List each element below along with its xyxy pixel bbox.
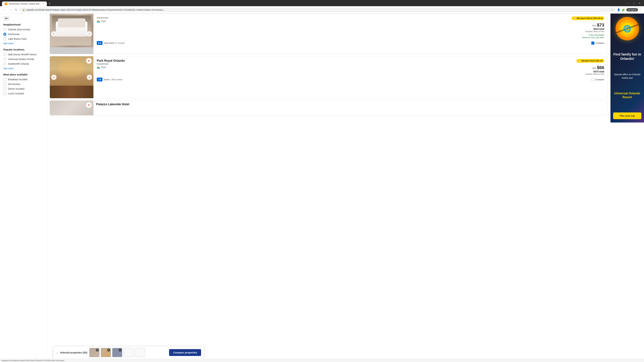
radio-orlando xyxy=(3,28,6,31)
profile-icon[interactable]: 👤 xyxy=(617,8,620,11)
meal-all-inclusive-label: All inclusive xyxy=(8,83,20,85)
hotel1-prev-button[interactable]: ‹ xyxy=(51,31,56,36)
location-disney-label: Walt Disney World® Resort xyxy=(8,53,36,56)
hotel1-price-current: $73 xyxy=(597,22,604,27)
address-bar[interactable]: 🔒 ☆ xyxy=(20,7,616,12)
meal-breakfast[interactable]: Breakfast included xyxy=(3,78,44,81)
close-button[interactable]: ✕ xyxy=(637,2,642,5)
hotel2-price-note: includes taxes & fees xyxy=(576,73,604,75)
ad-subtitle: Special offers on Orlando hotels and xyxy=(613,73,641,80)
hotel2-name: Park Royal Orlando xyxy=(97,59,125,62)
compare-thumbnails: ✕ ✕ ✕ xyxy=(90,348,145,357)
meal-lunch[interactable]: Lunch included xyxy=(3,92,44,95)
hotel2-price-current: $66 xyxy=(597,65,604,70)
hotel2-compare-button[interactable]: Compare xyxy=(591,78,604,81)
hotel1-compare-button[interactable]: ✓ Compare xyxy=(591,41,604,44)
tab-close-button[interactable]: ✕ xyxy=(42,3,44,5)
compare-thumb-1: ✕ xyxy=(90,348,100,357)
back-button[interactable]: ← xyxy=(2,8,7,12)
compare-thumb-4-empty xyxy=(124,348,134,357)
pool-icon-1: 🏊 xyxy=(97,19,100,23)
location-seaworld-label: SeaWorld® Orlando xyxy=(8,62,29,65)
hotel1-price-total: $414 total xyxy=(572,28,604,30)
checkbox-lunch xyxy=(3,92,6,95)
meal-lunch-label: Lunch included xyxy=(8,92,24,95)
neighborhood-orlando[interactable]: Orlando (and vicinity) xyxy=(3,28,44,31)
hotel1-pay-later: Reserve now, pay later xyxy=(572,36,604,39)
hotel2-info: Park Royal Orlando Kissimmee 🏊 Pool 🏷️ xyxy=(94,56,608,98)
minimize-button[interactable]: ─ xyxy=(626,2,630,5)
remove-thumb-1-button[interactable]: ✕ xyxy=(96,349,99,352)
location-universal[interactable]: Universal Studios Florida xyxy=(3,58,44,61)
radio-seaworld xyxy=(3,62,6,65)
hotel2-prev-button[interactable]: ‹ xyxy=(51,75,56,80)
reload-button[interactable]: ↻ xyxy=(14,7,18,12)
star-filter-button[interactable]: 4+ xyxy=(3,16,10,20)
meal-plans-filter: Meal plans available Breakfast included … xyxy=(3,73,44,95)
meal-dinner[interactable]: Dinner included xyxy=(3,87,44,90)
checkbox-breakfast xyxy=(3,78,6,81)
neighborhood-kissimmee[interactable]: Kissimmee xyxy=(3,33,44,36)
deal-icon-1: 🏷️ xyxy=(573,17,576,19)
sidebar: 4+ Neighborhood Orlando (and vicinity) K… xyxy=(0,13,47,362)
hotel1-price-original: $81 xyxy=(592,24,596,27)
browser-tabs: E Kissimmee, Florida, United Stat... ✕ +… xyxy=(2,1,642,6)
new-tab-button[interactable]: + xyxy=(48,1,52,6)
neighborhood-lake-buena[interactable]: Lake Buena Vista xyxy=(3,37,44,40)
hotel2-deal-badge: 🏷️ Member Price 23% off xyxy=(576,59,604,63)
radio-lake-buena xyxy=(3,37,6,40)
hotel1-deal-badge: 🏷️ We have 5 left at 10% off at xyxy=(572,16,604,20)
hotel3-favorite-button[interactable]: ♥ xyxy=(86,102,92,108)
compare-bar: ⌄ Selected properties (3/5) ✕ ✕ ✕ Com xyxy=(53,346,204,359)
active-tab[interactable]: E Kissimmee, Florida, United Stat... ✕ xyxy=(2,1,47,6)
remove-thumb-3-button[interactable]: ✕ xyxy=(118,349,122,352)
hotel2-favorite-button[interactable]: ♥ xyxy=(86,58,92,64)
neighborhood-see-more[interactable]: See more xyxy=(3,42,44,45)
checkbox-dinner xyxy=(3,87,6,90)
radio-kissimmee xyxy=(3,33,6,36)
hotel1-refundable: Fully refundable xyxy=(572,34,604,36)
hotel1-compare-label: Compare xyxy=(595,42,604,44)
compare-properties-button[interactable]: Compare properties xyxy=(169,349,201,356)
neighborhood-title: Neighborhood xyxy=(3,23,44,26)
popular-see-more[interactable]: See more xyxy=(3,67,44,70)
browser-nav: ← → ↻ 🔒 ☆ 👤 🧩 Incognito ⋮ xyxy=(0,6,644,13)
hotel1-rating-label: Very Good xyxy=(104,42,114,44)
extensions-icon[interactable]: 🧩 xyxy=(622,8,625,11)
hotel2-rating-compare: 7.6 Good 1,000 reviews Compare xyxy=(97,78,604,81)
ad-sidebar: 🌐 Find family fun in Orlando! Special of… xyxy=(610,13,644,362)
url-input[interactable] xyxy=(26,8,610,11)
chevron-down-icon[interactable]: ⌄ xyxy=(56,351,58,354)
forward-button[interactable]: → xyxy=(8,8,13,12)
hotel3-name: Palazzo Lakeside Hotel xyxy=(96,103,605,106)
meal-all-inclusive[interactable]: All inclusive xyxy=(3,83,44,86)
incognito-label: Incognito xyxy=(626,8,638,11)
maximize-button[interactable]: □ xyxy=(632,2,636,5)
ad-highlight: Universal Orlando Resort xyxy=(613,91,641,99)
ad-globe: 🌐 xyxy=(616,17,639,40)
location-universal-label: Universal Studios Florida xyxy=(8,58,34,60)
pool-icon-2: 🏊 xyxy=(97,65,100,69)
location-disney[interactable]: Walt Disney World® Resort xyxy=(3,53,44,56)
hotel2-rating-label: Good xyxy=(104,78,109,81)
neighborhood-kissimmee-label: Kissimmee xyxy=(8,33,20,35)
meal-breakfast-label: Breakfast included xyxy=(8,78,27,81)
remove-thumb-2-button[interactable]: ✕ xyxy=(107,349,110,352)
hotel1-rating-compare: 8.4 Very Good 21 reviews ✓ Compare xyxy=(97,41,604,45)
nav-icons: 👤 🧩 Incognito ⋮ xyxy=(617,8,642,11)
hotel2-next-button[interactable]: › xyxy=(87,75,92,80)
main-content: ‹ › Kissimmee 🏊 Pool xyxy=(47,13,610,362)
browser-chrome: E Kissimmee, Florida, United Stat... ✕ +… xyxy=(0,0,644,6)
menu-icon[interactable]: ⋮ xyxy=(639,8,642,11)
status-url: expedia.com/Orlando-Hotels-Park-Royal-Or… xyxy=(1,360,66,362)
bookmark-icon[interactable]: ☆ xyxy=(611,8,613,11)
hotel1-next-button[interactable]: › xyxy=(87,31,92,36)
meal-plans-title: Meal plans available xyxy=(3,73,44,76)
ad-plan-trip-button[interactable]: Plan your trip xyxy=(613,112,641,119)
ad-title: Find family fun in Orlando! xyxy=(613,52,641,61)
tab-title: Kissimmee, Florida, United Stat... xyxy=(9,2,41,5)
hotel1-location: Kissimmee xyxy=(97,16,108,19)
radio-universal xyxy=(3,58,6,61)
location-seaworld[interactable]: SeaWorld® Orlando xyxy=(3,62,44,65)
hotel1-price-note: includes taxes & fees xyxy=(572,30,604,33)
